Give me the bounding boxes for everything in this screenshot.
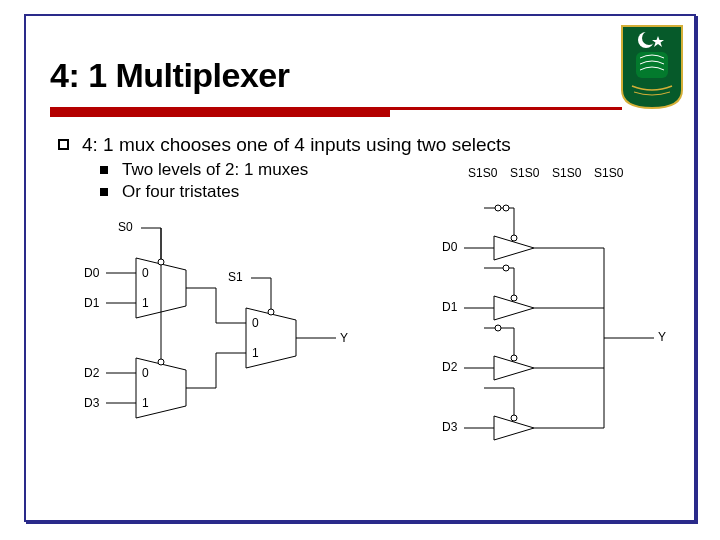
bullet-open-icon: [58, 139, 69, 150]
label-s1: S1: [228, 270, 243, 284]
label-d2: D2: [84, 366, 99, 380]
label-sel3: S1S0: [594, 166, 623, 180]
label-d1: D1: [442, 300, 457, 314]
svg-point-30: [511, 295, 517, 301]
slide-title: 4: 1 Multiplexer: [50, 56, 290, 95]
label-pin1: 1: [142, 396, 149, 410]
label-d0: D0: [442, 240, 457, 254]
sub-bullet-2: Or four tristates: [122, 182, 239, 202]
label-pin0: 0: [142, 366, 149, 380]
diagram-mux-tree: S0 S1 D0 D1 D2 D3 0 1 0 1 0 1 Y: [76, 208, 376, 468]
label-pin0: 0: [142, 266, 149, 280]
main-bullet-text: 4: 1 mux chooses one of 4 inputs using t…: [82, 134, 511, 156]
bullet-solid-icon: [100, 166, 108, 174]
svg-rect-3: [636, 52, 668, 78]
label-sel0: S1S0: [468, 166, 497, 180]
svg-point-48: [495, 325, 501, 331]
label-d2: D2: [442, 360, 457, 374]
label-s0: S0: [118, 220, 133, 234]
label-sel2: S1S0: [552, 166, 581, 180]
label-d3: D3: [84, 396, 99, 410]
svg-point-21: [268, 309, 274, 315]
svg-point-46: [495, 205, 501, 211]
svg-point-11: [158, 259, 164, 265]
label-pin1: 1: [252, 346, 259, 360]
label-d1: D1: [84, 296, 99, 310]
svg-point-1: [642, 31, 656, 45]
svg-point-34: [511, 415, 517, 421]
svg-point-32: [511, 355, 517, 361]
title-underline-thin: [390, 107, 622, 110]
label-sel1: S1S0: [510, 166, 539, 180]
svg-point-45: [503, 205, 509, 211]
diagram-tristates: S1S0 S1S0 S1S0 S1S0 D0 D1 D2 D3 Y: [454, 168, 674, 468]
label-y: Y: [340, 331, 348, 345]
svg-point-47: [503, 265, 509, 271]
label-d0: D0: [84, 266, 99, 280]
label-d3: D3: [442, 420, 457, 434]
bullet-solid-icon: [100, 188, 108, 196]
label-y: Y: [658, 330, 666, 344]
university-logo: [618, 22, 686, 112]
label-pin0: 0: [252, 316, 259, 330]
svg-point-28: [511, 235, 517, 241]
label-pin1: 1: [142, 296, 149, 310]
svg-point-12: [158, 359, 164, 365]
sub-bullet-1: Two levels of 2: 1 muxes: [122, 160, 308, 180]
title-underline-thick: [50, 107, 390, 117]
